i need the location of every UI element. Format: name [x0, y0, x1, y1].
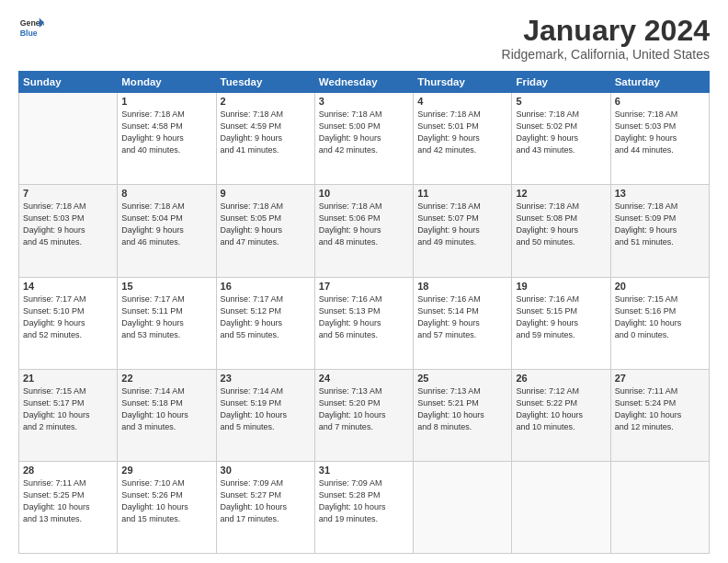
table-row: 29Sunrise: 7:10 AM Sunset: 5:26 PM Dayli…: [118, 461, 216, 553]
table-row: 21Sunrise: 7:15 AM Sunset: 5:17 PM Dayli…: [19, 369, 118, 461]
day-number: 4: [417, 96, 507, 107]
day-info: Sunrise: 7:17 AM Sunset: 5:12 PM Dayligh…: [221, 293, 311, 341]
day-number: 19: [516, 281, 606, 292]
page: General Blue January 2024 Ridgemark, Cal…: [0, 0, 728, 563]
header: General Blue January 2024 Ridgemark, Cal…: [18, 15, 710, 62]
day-number: 17: [319, 281, 409, 292]
table-row: 16Sunrise: 7:17 AM Sunset: 5:12 PM Dayli…: [216, 277, 314, 369]
day-number: 27: [615, 373, 705, 384]
table-row: 23Sunrise: 7:14 AM Sunset: 5:19 PM Dayli…: [216, 369, 314, 461]
day-info: Sunrise: 7:17 AM Sunset: 5:10 PM Dayligh…: [23, 293, 113, 341]
day-number: 30: [221, 465, 311, 476]
day-info: Sunrise: 7:12 AM Sunset: 5:22 PM Dayligh…: [516, 385, 606, 433]
table-row: 9Sunrise: 7:18 AM Sunset: 5:05 PM Daylig…: [216, 185, 314, 277]
col-sunday: Sunday: [19, 72, 118, 93]
day-number: 22: [121, 373, 211, 384]
day-info: Sunrise: 7:11 AM Sunset: 5:25 PM Dayligh…: [23, 477, 113, 525]
day-info: Sunrise: 7:17 AM Sunset: 5:11 PM Dayligh…: [121, 293, 211, 341]
table-row: 2Sunrise: 7:18 AM Sunset: 4:59 PM Daylig…: [216, 93, 314, 185]
calendar-week-row: 1Sunrise: 7:18 AM Sunset: 4:58 PM Daylig…: [19, 93, 710, 185]
col-saturday: Saturday: [610, 72, 709, 93]
day-number: 16: [221, 281, 311, 292]
table-row: 24Sunrise: 7:13 AM Sunset: 5:20 PM Dayli…: [314, 369, 413, 461]
table-row: 13Sunrise: 7:18 AM Sunset: 5:09 PM Dayli…: [610, 185, 709, 277]
table-row: 15Sunrise: 7:17 AM Sunset: 5:11 PM Dayli…: [118, 277, 216, 369]
day-info: Sunrise: 7:18 AM Sunset: 5:00 PM Dayligh…: [319, 109, 409, 156]
title-block: January 2024 Ridgemark, California, Unit…: [502, 15, 710, 62]
table-row: 19Sunrise: 7:16 AM Sunset: 5:15 PM Dayli…: [512, 277, 610, 369]
day-number: 9: [221, 188, 311, 199]
day-number: 23: [221, 373, 311, 384]
day-number: 29: [121, 465, 211, 476]
day-info: Sunrise: 7:14 AM Sunset: 5:18 PM Dayligh…: [121, 385, 211, 433]
day-info: Sunrise: 7:18 AM Sunset: 5:04 PM Dayligh…: [121, 201, 211, 248]
location: Ridgemark, California, United States: [502, 47, 710, 62]
day-number: 25: [417, 373, 507, 384]
table-row: 25Sunrise: 7:13 AM Sunset: 5:21 PM Dayli…: [414, 369, 512, 461]
day-number: 14: [23, 281, 113, 292]
table-row: 8Sunrise: 7:18 AM Sunset: 5:04 PM Daylig…: [118, 185, 216, 277]
table-row: 1Sunrise: 7:18 AM Sunset: 4:58 PM Daylig…: [118, 93, 216, 185]
day-info: Sunrise: 7:16 AM Sunset: 5:15 PM Dayligh…: [516, 293, 606, 341]
table-row: 20Sunrise: 7:15 AM Sunset: 5:16 PM Dayli…: [610, 277, 709, 369]
day-number: 3: [319, 96, 409, 107]
day-number: 20: [615, 281, 705, 292]
day-number: 11: [417, 188, 507, 199]
table-row: 18Sunrise: 7:16 AM Sunset: 5:14 PM Dayli…: [414, 277, 512, 369]
table-row: [512, 461, 610, 553]
day-info: Sunrise: 7:18 AM Sunset: 5:03 PM Dayligh…: [23, 201, 113, 248]
day-number: 6: [615, 96, 705, 107]
day-info: Sunrise: 7:18 AM Sunset: 5:01 PM Dayligh…: [417, 109, 507, 156]
day-info: Sunrise: 7:09 AM Sunset: 5:27 PM Dayligh…: [221, 477, 311, 525]
col-thursday: Thursday: [414, 72, 512, 93]
table-row: 26Sunrise: 7:12 AM Sunset: 5:22 PM Dayli…: [512, 369, 610, 461]
svg-text:Blue: Blue: [20, 29, 38, 38]
day-info: Sunrise: 7:11 AM Sunset: 5:24 PM Dayligh…: [615, 385, 705, 433]
day-info: Sunrise: 7:16 AM Sunset: 5:14 PM Dayligh…: [417, 293, 507, 341]
table-row: [19, 93, 118, 185]
day-number: 12: [516, 188, 606, 199]
table-row: 30Sunrise: 7:09 AM Sunset: 5:27 PM Dayli…: [216, 461, 314, 553]
day-number: 1: [121, 96, 211, 107]
table-row: 7Sunrise: 7:18 AM Sunset: 5:03 PM Daylig…: [19, 185, 118, 277]
day-info: Sunrise: 7:18 AM Sunset: 5:03 PM Dayligh…: [615, 109, 705, 156]
table-row: 27Sunrise: 7:11 AM Sunset: 5:24 PM Dayli…: [610, 369, 709, 461]
logo: General Blue: [18, 15, 44, 40]
day-info: Sunrise: 7:18 AM Sunset: 5:09 PM Dayligh…: [615, 201, 705, 248]
table-row: 3Sunrise: 7:18 AM Sunset: 5:00 PM Daylig…: [314, 93, 413, 185]
table-row: [610, 461, 709, 553]
table-row: 12Sunrise: 7:18 AM Sunset: 5:08 PM Dayli…: [512, 185, 610, 277]
table-row: 17Sunrise: 7:16 AM Sunset: 5:13 PM Dayli…: [314, 277, 413, 369]
day-info: Sunrise: 7:18 AM Sunset: 5:02 PM Dayligh…: [516, 109, 606, 156]
col-monday: Monday: [118, 72, 216, 93]
day-number: 15: [121, 281, 211, 292]
calendar-week-row: 7Sunrise: 7:18 AM Sunset: 5:03 PM Daylig…: [19, 185, 710, 277]
day-number: 21: [23, 373, 113, 384]
day-number: 18: [417, 281, 507, 292]
day-info: Sunrise: 7:14 AM Sunset: 5:19 PM Dayligh…: [221, 385, 311, 433]
calendar-week-row: 28Sunrise: 7:11 AM Sunset: 5:25 PM Dayli…: [19, 461, 710, 553]
day-info: Sunrise: 7:13 AM Sunset: 5:20 PM Dayligh…: [319, 385, 409, 433]
table-row: 22Sunrise: 7:14 AM Sunset: 5:18 PM Dayli…: [118, 369, 216, 461]
calendar-week-row: 14Sunrise: 7:17 AM Sunset: 5:10 PM Dayli…: [19, 277, 710, 369]
table-row: 10Sunrise: 7:18 AM Sunset: 5:06 PM Dayli…: [314, 185, 413, 277]
col-friday: Friday: [512, 72, 610, 93]
day-info: Sunrise: 7:18 AM Sunset: 5:07 PM Dayligh…: [417, 201, 507, 248]
calendar-week-row: 21Sunrise: 7:15 AM Sunset: 5:17 PM Dayli…: [19, 369, 710, 461]
day-number: 13: [615, 188, 705, 199]
day-number: 31: [319, 465, 409, 476]
day-number: 24: [319, 373, 409, 384]
day-info: Sunrise: 7:13 AM Sunset: 5:21 PM Dayligh…: [417, 385, 507, 433]
day-number: 10: [319, 188, 409, 199]
table-row: 6Sunrise: 7:18 AM Sunset: 5:03 PM Daylig…: [610, 93, 709, 185]
day-info: Sunrise: 7:18 AM Sunset: 5:08 PM Dayligh…: [516, 201, 606, 248]
col-tuesday: Tuesday: [216, 72, 314, 93]
col-wednesday: Wednesday: [314, 72, 413, 93]
day-info: Sunrise: 7:18 AM Sunset: 5:05 PM Dayligh…: [221, 201, 311, 248]
day-info: Sunrise: 7:18 AM Sunset: 4:59 PM Dayligh…: [221, 109, 311, 156]
day-info: Sunrise: 7:09 AM Sunset: 5:28 PM Dayligh…: [319, 477, 409, 525]
calendar-header-row: Sunday Monday Tuesday Wednesday Thursday…: [19, 72, 710, 93]
table-row: 11Sunrise: 7:18 AM Sunset: 5:07 PM Dayli…: [414, 185, 512, 277]
day-number: 28: [23, 465, 113, 476]
table-row: [414, 461, 512, 553]
